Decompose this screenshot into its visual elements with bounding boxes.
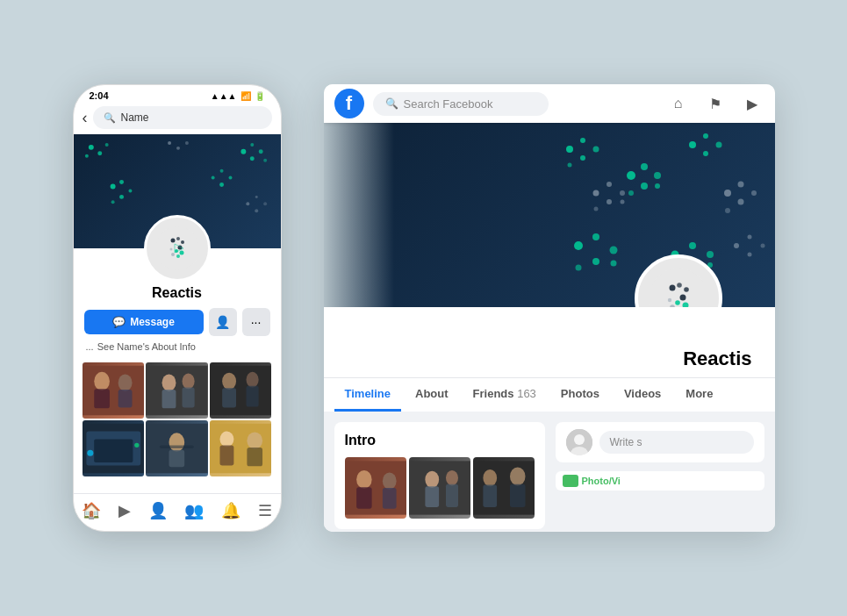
phone-content: Reactis 💬 Message 👤 ··· ... See Name's A…: [74, 134, 281, 531]
phone-photo-4[interactable]: [83, 420, 145, 476]
svg-point-74: [628, 190, 634, 196]
tab-about[interactable]: About: [405, 378, 459, 412]
svg-point-72: [654, 172, 661, 179]
svg-point-8: [111, 200, 114, 204]
add-friend-icon: 👤: [215, 315, 230, 329]
more-options-button[interactable]: ···: [242, 308, 270, 336]
svg-rect-119: [356, 487, 372, 509]
svg-point-19: [228, 176, 232, 180]
home-nav-icon[interactable]: ⌂: [666, 91, 691, 116]
svg-rect-59: [160, 445, 194, 448]
svg-point-105: [760, 244, 764, 248]
message-button[interactable]: 💬 Message: [84, 310, 204, 334]
phone-profile-name: Reactis: [74, 285, 281, 301]
svg-point-98: [689, 242, 696, 249]
phone-nav-profile[interactable]: 👤: [148, 501, 168, 520]
phone-search-text: Name: [121, 111, 149, 124]
fb-write-input[interactable]: Write s: [599, 431, 754, 454]
fb-intro-photos: [345, 457, 535, 519]
svg-point-27: [176, 237, 180, 240]
svg-point-128: [483, 469, 497, 486]
svg-point-81: [607, 182, 612, 187]
svg-point-34: [169, 248, 172, 251]
phone-photo-grid: [83, 362, 272, 476]
fb-search-bar[interactable]: 🔍 Search Facebook: [373, 92, 549, 116]
svg-point-37: [94, 372, 110, 390]
fb-intro-photo-3[interactable]: [473, 457, 535, 519]
phone-nav-video[interactable]: ▶: [118, 501, 131, 520]
svg-point-92: [592, 233, 599, 240]
home-icon: 🏠: [82, 501, 101, 520]
phone-nav-home[interactable]: 🏠: [82, 501, 101, 520]
svg-point-94: [592, 258, 599, 265]
flag-nav-icon[interactable]: ⚑: [703, 91, 728, 116]
more-icon: ···: [251, 315, 262, 329]
phone-photo-1[interactable]: [83, 362, 145, 419]
svg-point-87: [737, 182, 743, 188]
svg-rect-129: [483, 485, 497, 507]
svg-point-14: [258, 149, 262, 154]
svg-point-85: [620, 200, 624, 204]
fb-profile-section: Reactis Timeline About Friends 163 Photo…: [324, 123, 775, 532]
svg-rect-48: [222, 388, 236, 407]
phone-photo-2[interactable]: [146, 362, 208, 419]
svg-point-61: [219, 432, 233, 448]
phone-avatar: [144, 215, 211, 282]
svg-point-24: [255, 196, 257, 198]
phone-about-info[interactable]: ... See Name's About Info: [74, 336, 281, 357]
svg-point-118: [356, 470, 372, 489]
status-icons: ▲▲▲ 📶 🔋: [211, 91, 265, 101]
svg-point-123: [425, 471, 439, 488]
fb-right-panel: Write s Photo/Vi: [556, 422, 764, 521]
phone-status-bar: 2:04 ▲▲▲ 📶 🔋: [74, 85, 281, 103]
svg-point-26: [170, 239, 175, 243]
svg-point-93: [609, 247, 617, 254]
wifi-icon: 📶: [240, 91, 251, 101]
svg-rect-40: [118, 390, 132, 407]
svg-point-133: [574, 434, 585, 445]
svg-point-120: [382, 473, 396, 490]
svg-point-23: [263, 202, 267, 205]
tab-more[interactable]: More: [675, 378, 723, 412]
play-nav-icon[interactable]: ▶: [740, 91, 764, 116]
svg-point-18: [219, 183, 224, 187]
tab-photos[interactable]: Photos: [550, 378, 610, 412]
svg-rect-38: [94, 389, 110, 408]
phone-search-bar: ‹ 🔍 Name: [74, 103, 281, 134]
svg-point-10: [176, 147, 180, 150]
phone-photo-5[interactable]: [146, 420, 208, 476]
scene: 2:04 ▲▲▲ 📶 🔋 ‹ 🔍 Name: [0, 0, 847, 616]
svg-point-125: [446, 470, 458, 486]
svg-point-20: [219, 169, 223, 173]
tab-timeline[interactable]: Timeline: [334, 378, 402, 412]
svg-point-109: [677, 283, 682, 288]
fb-intro-photo-2[interactable]: [409, 457, 470, 519]
phone-nav-groups[interactable]: 👥: [184, 501, 204, 520]
fb-photo-video-button[interactable]: Photo/Vi: [556, 471, 764, 491]
video-icon: ▶: [118, 501, 131, 520]
phone-photo-6[interactable]: [210, 420, 272, 476]
phone-back-button[interactable]: ‹: [83, 109, 88, 127]
tab-friends[interactable]: Friends 163: [463, 378, 547, 412]
svg-point-67: [592, 147, 599, 153]
tab-videos[interactable]: Videos: [614, 378, 671, 412]
svg-point-21: [246, 202, 249, 205]
svg-point-84: [593, 207, 598, 211]
svg-point-89: [737, 199, 743, 205]
svg-point-66: [580, 138, 585, 143]
phone-photo-3[interactable]: [210, 362, 272, 419]
phone-nav-notifications[interactable]: 🔔: [221, 501, 240, 520]
svg-point-44: [183, 374, 195, 390]
fb-nav-tabs: Timeline About Friends 163 Photos Videos…: [324, 377, 775, 412]
phone-nav-menu[interactable]: ☰: [258, 501, 272, 520]
fb-intro-photo-1[interactable]: [345, 457, 406, 519]
svg-point-80: [592, 190, 599, 197]
fb-topbar-icons: ⌂ ⚑ ▶: [666, 91, 764, 116]
svg-point-3: [104, 143, 108, 147]
fb-cover-fade: [324, 123, 394, 307]
add-friend-button[interactable]: 👤: [209, 308, 237, 336]
svg-point-16: [263, 159, 267, 162]
svg-point-11: [184, 141, 188, 145]
phone-search-input[interactable]: 🔍 Name: [93, 106, 272, 129]
svg-point-75: [655, 183, 660, 189]
